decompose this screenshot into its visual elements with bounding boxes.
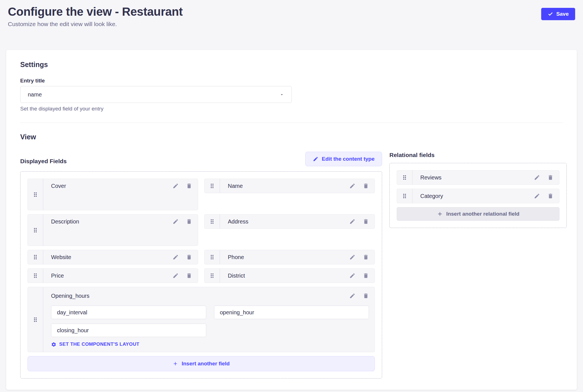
save-button-label: Save [556,11,569,17]
field-card-name[interactable]: Name [204,179,375,193]
drag-handle[interactable] [28,287,43,352]
component-subfield-opening-hour[interactable]: opening_hour [214,306,369,319]
drag-handle[interactable] [28,179,43,210]
edit-content-type-label: Edit the content type [322,156,375,162]
settings-heading: Settings [20,61,563,69]
drag-handle[interactable] [205,269,220,283]
drag-handle-icon [210,272,214,279]
insert-relational-field-button[interactable]: Insert another relational field [397,207,559,221]
trash-icon[interactable] [186,273,192,279]
section-divider [20,123,563,123]
insert-field-button[interactable]: Insert another field [27,356,375,371]
pencil-icon[interactable] [534,193,540,199]
plus-icon [173,361,178,366]
check-icon [548,11,553,17]
trash-icon[interactable] [186,183,192,189]
field-row: Website Phone [27,250,375,264]
pencil-icon[interactable] [173,273,179,279]
view-section: View Displayed Fields Edit the content t… [20,133,563,379]
field-row: Price District [27,268,375,283]
displayed-fields-heading: Displayed Fields [20,158,67,166]
field-card-opening-hours[interactable]: Opening_hours day_interval opening_hour … [27,287,375,352]
trash-icon[interactable] [547,193,554,199]
insert-field-label: Insert another field [182,361,229,367]
component-subfield-day-interval[interactable]: day_interval [51,306,206,319]
trash-icon[interactable] [186,218,192,225]
field-card-phone[interactable]: Phone [204,250,375,264]
field-card-address[interactable]: Address [204,214,375,229]
drag-handle[interactable] [397,170,412,185]
trash-icon[interactable] [547,174,554,181]
relational-field-label: Category [420,193,534,199]
save-button[interactable]: Save [541,8,575,20]
trash-icon[interactable] [363,293,369,299]
chevron-down-icon [279,92,284,97]
field-card-website[interactable]: Website [27,250,198,264]
field-label: Phone [228,254,349,260]
view-heading: View [20,133,563,141]
drag-handle[interactable] [28,269,43,283]
trash-icon[interactable] [363,218,369,225]
field-card-district[interactable]: District [204,268,375,283]
trash-icon[interactable] [363,254,369,260]
drag-handle[interactable] [28,215,43,246]
drag-handle[interactable] [205,250,220,264]
field-row: Description Address [27,214,375,246]
pencil-icon[interactable] [173,183,179,189]
drag-handle[interactable] [397,189,412,203]
gear-icon [51,342,56,347]
drag-handle-icon [210,183,214,189]
relational-fields-column: Relational fields Reviews [389,152,567,228]
page-subtitle: Customize how the edit view will look li… [8,21,183,27]
drag-handle-icon [210,254,214,260]
relational-card-reviews[interactable]: Reviews [397,170,559,185]
drag-handle[interactable] [28,250,43,264]
relational-fields-dropzone: Reviews Category [389,163,567,228]
field-row: Cover Name [27,179,375,210]
edit-content-type-button[interactable]: Edit the content type [305,152,382,166]
insert-relational-field-label: Insert another relational field [446,211,520,217]
pencil-icon[interactable] [349,273,355,279]
relational-card-category[interactable]: Category [397,189,559,203]
pencil-icon[interactable] [534,174,540,181]
set-component-layout-label: SET THE COMPONENT'S LAYOUT [59,342,139,347]
field-card-price[interactable]: Price [27,268,198,283]
field-label: Description [51,218,173,225]
field-label: Website [51,254,173,260]
pencil-icon[interactable] [173,218,179,225]
field-label: Name [228,183,349,189]
plus-icon [437,211,443,217]
field-card-description[interactable]: Description [27,214,198,246]
pencil-icon [313,156,318,162]
drag-handle-icon [33,254,38,260]
component-label: Opening_hours [51,293,349,299]
entry-title-selected-value: name [28,91,42,98]
trash-icon[interactable] [363,183,369,189]
trash-icon[interactable] [363,273,369,279]
page-header-text: Configure the view - Restaurant Customiz… [8,5,183,27]
component-subfield-closing-hour[interactable]: closing_hour [51,324,206,337]
relational-field-label: Reviews [420,174,534,181]
trash-icon[interactable] [186,254,192,260]
drag-handle-icon [402,193,407,199]
drag-handle[interactable] [205,215,220,229]
field-card-cover[interactable]: Cover [27,179,198,210]
pencil-icon[interactable] [349,183,355,189]
pencil-icon[interactable] [349,293,355,299]
entry-title-label: Entry title [20,78,563,84]
pencil-icon[interactable] [349,254,355,260]
displayed-fields-dropzone: Cover Name [20,171,382,379]
entry-title-select[interactable]: name [20,86,292,103]
drag-handle-icon [33,316,38,323]
field-label: Address [228,218,349,225]
pencil-icon[interactable] [349,218,355,225]
field-label: Cover [51,183,173,189]
drag-handle-icon [33,191,38,198]
pencil-icon[interactable] [173,254,179,260]
main-panel: Settings Entry title name Set the displa… [6,50,577,390]
set-component-layout-button[interactable]: SET THE COMPONENT'S LAYOUT [51,342,139,347]
field-label: Price [51,273,173,279]
entry-title-help: Set the displayed field of your entry [20,106,563,112]
page-header: Configure the view - Restaurant Customiz… [0,0,583,27]
drag-handle[interactable] [205,179,220,193]
